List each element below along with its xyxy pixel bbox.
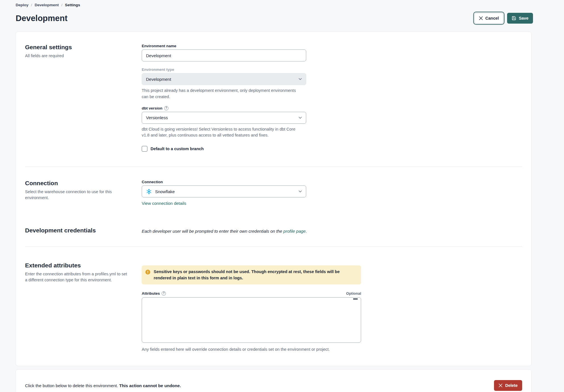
breadcrumb-development[interactable]: Development [35, 3, 59, 7]
connection-heading: Connection [25, 180, 129, 187]
cancel-button[interactable]: Cancel [474, 13, 504, 24]
view-connection-details-link[interactable]: View connection details [142, 201, 186, 206]
breadcrumb: Deploy / Development / Settings [16, 3, 533, 7]
warning-icon: ! [145, 270, 150, 275]
delete-environment-text: Click the button below to delete this en… [25, 383, 181, 388]
environment-name-group: Environment name [142, 44, 306, 61]
delete-text-bold: This action cannot be undone. [119, 383, 181, 388]
connection-field-label: Connection [142, 180, 306, 184]
custom-branch-label: Default to a custom branch [151, 147, 204, 151]
dbt-version-group: dbt version ? Versionless dbt Cloud is g… [142, 106, 306, 139]
breadcrumb-settings: Settings [65, 3, 80, 7]
delete-text-normal: Click the button below to delete this en… [25, 383, 119, 388]
dbt-version-label: dbt version ? [142, 106, 306, 110]
dbt-version-help: dbt Cloud is going versionless! Select V… [142, 126, 301, 139]
warning-text: Sensitive keys or passwords should not b… [154, 269, 356, 281]
save-button-label: Save [519, 16, 528, 20]
delete-button[interactable]: Delete [494, 380, 522, 391]
extended-attributes-subheading: Enter the connection attributes from a p… [25, 271, 129, 283]
breadcrumb-separator: / [61, 3, 63, 7]
help-icon[interactable]: ? [162, 291, 166, 296]
page-header: Deploy / Development / Settings Developm… [16, 0, 533, 24]
custom-branch-row[interactable]: Default to a custom branch [142, 146, 306, 152]
general-settings-heading: General settings [25, 44, 129, 51]
environment-type-value: Development [146, 77, 171, 82]
custom-branch-checkbox[interactable] [142, 146, 147, 152]
environment-name-input[interactable] [142, 49, 306, 61]
delete-button-label: Delete [505, 383, 518, 388]
page-title: Development [16, 14, 67, 23]
extended-attributes-heading: Extended attributes [25, 262, 129, 269]
attributes-textarea[interactable] [142, 297, 361, 343]
help-icon[interactable]: ? [164, 106, 168, 110]
chevron-down-icon [299, 78, 302, 80]
cancel-button-label: Cancel [485, 16, 499, 20]
attributes-label-text: Attributes [142, 291, 160, 296]
environment-type-select: Development [142, 73, 306, 85]
sensitive-keys-warning-banner: ! Sensitive keys or passwords should not… [142, 265, 361, 284]
environment-type-group: Environment type Development This projec… [142, 67, 306, 100]
credentials-note-text: Each developer user will be prompted to … [142, 229, 283, 234]
chevron-down-icon [299, 117, 302, 119]
breadcrumb-separator: / [31, 3, 32, 7]
dbt-version-select[interactable]: Versionless [142, 112, 306, 124]
settings-card: General settings All fields are required… [16, 32, 532, 366]
connection-subheading: Select the warehouse connection to use f… [25, 189, 129, 201]
connection-select[interactable]: Snowflake [142, 185, 306, 197]
environment-type-label: Environment type [142, 67, 306, 72]
environment-type-help: This project already has a development e… [142, 88, 301, 100]
header-actions: Cancel Save [474, 13, 533, 24]
optional-badge: Optional [346, 291, 361, 296]
save-button[interactable]: Save [507, 13, 533, 24]
delete-environment-card: Click the button below to delete this en… [16, 369, 532, 392]
section-general-settings: General settings All fields are required… [25, 32, 522, 166]
connection-value: Snowflake [155, 189, 175, 194]
section-connection: Connection Select the warehouse connecti… [25, 166, 522, 222]
attributes-label: Attributes ? [142, 291, 166, 296]
snowflake-icon [146, 189, 152, 195]
chevron-down-icon [299, 190, 302, 193]
general-settings-subheading: All fields are required [25, 53, 129, 59]
development-credentials-heading: Development credentials [25, 227, 129, 234]
save-icon [512, 16, 516, 20]
section-development-credentials: Development credentials Each developer u… [25, 222, 522, 246]
breadcrumb-deploy[interactable]: Deploy [16, 3, 28, 7]
credentials-note-period: . [306, 229, 307, 234]
profile-page-link[interactable]: profile page [283, 229, 306, 234]
dbt-version-value: Versionless [146, 115, 168, 120]
dbt-version-label-text: dbt version [142, 106, 162, 110]
section-extended-attributes: Extended attributes Enter the connection… [25, 246, 522, 366]
close-icon [479, 16, 483, 20]
environment-name-label: Environment name [142, 44, 306, 48]
attributes-help-text: Any fields entered here will override co… [142, 347, 361, 352]
credentials-note: Each developer user will be prompted to … [142, 229, 307, 234]
close-icon [499, 383, 503, 387]
